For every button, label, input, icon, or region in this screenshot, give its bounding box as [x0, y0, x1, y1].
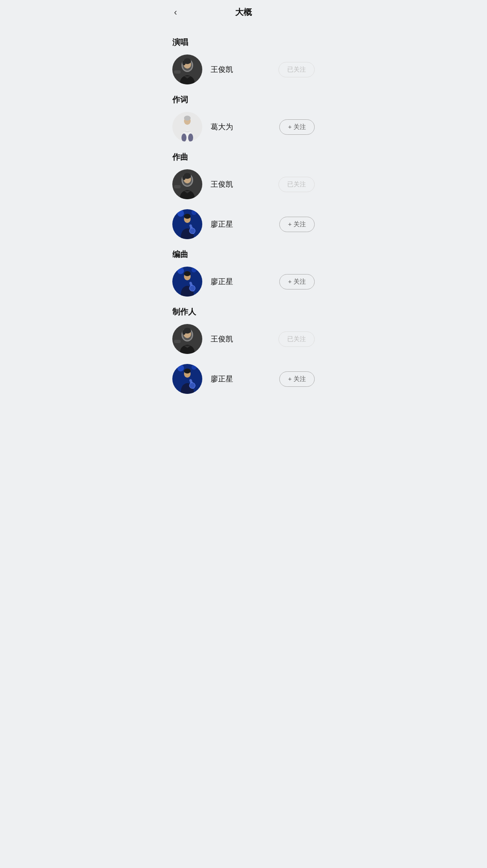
svg-rect-6 [174, 70, 181, 74]
section-singing: 演唱 王俊凯已关注 [172, 37, 315, 84]
person-name: 王俊凯 [211, 179, 278, 189]
avatar[interactable] [172, 169, 202, 199]
back-button[interactable]: ‹ [171, 5, 180, 20]
svg-point-38 [182, 330, 186, 335]
list-item: 王俊凯已关注 [172, 324, 315, 354]
section-arrangement: 编曲 廖正星+ 关注 [172, 249, 315, 297]
svg-point-9 [184, 116, 191, 121]
svg-point-5 [182, 60, 186, 65]
svg-point-10 [181, 134, 186, 142]
svg-point-46 [189, 383, 195, 388]
svg-point-11 [188, 134, 193, 142]
svg-point-21 [191, 210, 196, 215]
svg-point-23 [184, 214, 191, 219]
person-name: 王俊凯 [211, 334, 278, 344]
svg-point-30 [184, 271, 191, 276]
svg-point-42 [191, 365, 196, 370]
followed-button[interactable]: 已关注 [278, 177, 315, 192]
list-item: 廖正星+ 关注 [172, 267, 315, 297]
follow-button[interactable]: + 关注 [279, 371, 315, 387]
svg-point-44 [184, 368, 191, 373]
section-lyrics: 作词 葛大为+ 关注 [172, 94, 315, 142]
avatar[interactable] [172, 364, 202, 394]
content: 演唱 王俊凯已关注作词 葛大为+ 关注作曲 [162, 25, 325, 420]
avatar[interactable] [172, 209, 202, 239]
svg-rect-39 [174, 340, 181, 343]
list-item: 王俊凯已关注 [172, 54, 315, 84]
person-name: 廖正星 [211, 277, 279, 287]
followed-button[interactable]: 已关注 [278, 331, 315, 347]
list-item: 葛大为+ 关注 [172, 112, 315, 142]
section-composition: 作曲 王俊凯已关注 廖正星+ 关注 [172, 152, 315, 239]
avatar[interactable] [172, 324, 202, 354]
svg-point-17 [182, 175, 186, 180]
section-title-producer: 制作人 [172, 307, 315, 317]
page-title: 大概 [235, 7, 252, 18]
person-name: 廖正星 [211, 219, 279, 229]
svg-point-41 [177, 365, 184, 371]
follow-button[interactable]: + 关注 [279, 274, 315, 289]
list-item: 王俊凯已关注 [172, 169, 315, 199]
section-title-singing: 演唱 [172, 37, 315, 48]
person-name: 王俊凯 [211, 64, 278, 74]
avatar[interactable] [172, 267, 202, 297]
avatar[interactable] [172, 112, 202, 142]
section-title-arrangement: 编曲 [172, 249, 315, 260]
header: ‹ 大概 [162, 0, 325, 25]
section-title-lyrics: 作词 [172, 94, 315, 105]
list-item: 廖正星+ 关注 [172, 364, 315, 394]
svg-point-28 [191, 267, 196, 272]
svg-point-25 [189, 228, 195, 234]
followed-button[interactable]: 已关注 [278, 62, 315, 77]
svg-point-27 [177, 267, 184, 274]
person-name: 廖正星 [211, 374, 279, 384]
section-title-composition: 作曲 [172, 152, 315, 163]
follow-button[interactable]: + 关注 [279, 217, 315, 232]
person-name: 葛大为 [211, 122, 279, 132]
avatar[interactable] [172, 54, 202, 84]
list-item: 廖正星+ 关注 [172, 209, 315, 239]
section-producer: 制作人 王俊凯已关注 廖正星+ 关 [172, 307, 315, 394]
svg-point-32 [189, 285, 195, 291]
svg-point-20 [177, 210, 184, 217]
follow-button[interactable]: + 关注 [279, 119, 315, 135]
svg-rect-18 [174, 185, 181, 188]
